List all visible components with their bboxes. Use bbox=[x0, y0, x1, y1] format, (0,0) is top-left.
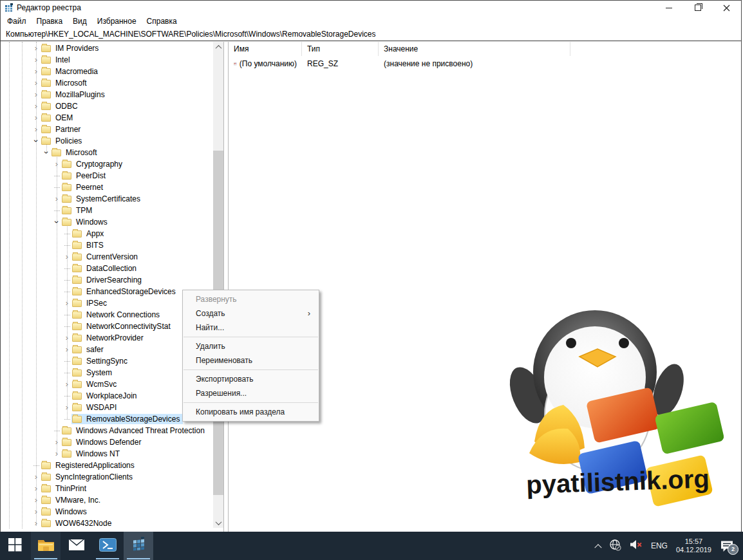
expand-chevron-icon[interactable]: › bbox=[32, 509, 41, 515]
context-menu-item-2[interactable]: Найти... bbox=[183, 321, 319, 335]
expand-chevron-icon[interactable]: › bbox=[32, 80, 41, 86]
expand-chevron-icon[interactable]: › bbox=[32, 68, 41, 75]
context-menu-item-7[interactable]: Экспортировать bbox=[183, 372, 319, 386]
tree-item-networkconnectivitystat[interactable]: NetworkConnectivityStat bbox=[1, 321, 213, 332]
menu-1[interactable]: Правка bbox=[32, 15, 68, 27]
column-header-2[interactable]: Значение bbox=[379, 42, 570, 56]
tree-item-wsdapi[interactable]: ›WSDAPI bbox=[1, 402, 213, 413]
network-status-button[interactable] bbox=[609, 539, 621, 554]
expand-chevron-icon[interactable]: › bbox=[32, 45, 41, 51]
context-menu-item-1[interactable]: Создать› bbox=[183, 306, 319, 321]
tree-item-safer[interactable]: ›safer bbox=[1, 344, 213, 355]
tree-item-vmware-inc-[interactable]: ›VMware, Inc. bbox=[1, 494, 213, 506]
tree-item-microsoft[interactable]: ›Microsoft bbox=[1, 77, 213, 89]
tree-item-policies[interactable]: ›Policies bbox=[1, 135, 213, 147]
tree-item-oem[interactable]: ›OEM bbox=[1, 112, 213, 124]
expand-chevron-icon[interactable]: › bbox=[62, 300, 71, 306]
expand-chevron-icon[interactable]: › bbox=[52, 196, 61, 202]
scroll-up-button[interactable] bbox=[213, 42, 223, 52]
collapse-chevron-icon[interactable]: › bbox=[32, 138, 41, 144]
tree-item-mozillaplugins[interactable]: ›MozillaPlugins bbox=[1, 89, 213, 100]
expand-chevron-icon[interactable]: › bbox=[32, 115, 41, 121]
tree-item-windows-advanced-threat-protection[interactable]: Windows Advanced Threat Protection bbox=[1, 425, 213, 436]
tree-item-cryptography[interactable]: ›Cryptography bbox=[1, 158, 213, 170]
menu-4[interactable]: Справка bbox=[142, 15, 182, 27]
tree-item-wow6432node[interactable]: ›WOW6432Node bbox=[1, 518, 213, 529]
tree-item-peerdist[interactable]: PeerDist bbox=[1, 170, 213, 182]
column-header-0[interactable]: Имя bbox=[229, 42, 302, 56]
tree-item-systemcertificates[interactable]: ›SystemCertificates bbox=[1, 193, 213, 205]
expand-chevron-icon[interactable]: › bbox=[32, 91, 41, 98]
tree-item-peernet[interactable]: Peernet bbox=[1, 182, 213, 193]
column-header-1[interactable]: Тип bbox=[302, 42, 379, 56]
tree-item-im-providers[interactable]: ›IM Providers bbox=[1, 42, 213, 54]
menu-0[interactable]: Файл bbox=[2, 15, 32, 27]
collapse-chevron-icon[interactable]: › bbox=[42, 149, 51, 156]
tree-item-windows-nt[interactable]: ›Windows NT bbox=[1, 448, 213, 460]
expand-chevron-icon[interactable]: › bbox=[62, 404, 71, 411]
tree-item-bits[interactable]: BITS bbox=[1, 239, 213, 251]
volume-button[interactable] bbox=[630, 539, 643, 552]
tree-item-network-connections[interactable]: Network Connections bbox=[1, 309, 213, 321]
expand-chevron-icon[interactable]: › bbox=[32, 474, 41, 480]
tree-item-partner[interactable]: ›Partner bbox=[1, 124, 213, 135]
tray-overflow-button[interactable] bbox=[596, 543, 601, 548]
tree-item-windows[interactable]: ›Windows bbox=[1, 216, 213, 228]
context-menu-item-8[interactable]: Разрешения... bbox=[183, 386, 319, 400]
tree-item-driversearching[interactable]: DriverSearching bbox=[1, 274, 213, 286]
minimize-button[interactable] bbox=[654, 1, 683, 15]
context-menu-item-5[interactable]: Переименовать bbox=[183, 353, 319, 368]
tree-item-networkprovider[interactable]: ›NetworkProvider bbox=[1, 332, 213, 344]
tree-item-registeredapplications[interactable]: RegisteredApplications bbox=[1, 460, 213, 471]
mail-button[interactable] bbox=[62, 532, 91, 560]
tree-item-system[interactable]: System bbox=[1, 367, 213, 378]
tree-item-settingsync[interactable]: SettingSync bbox=[1, 355, 213, 367]
value-row[interactable]: ab(По умолчанию)REG_SZ(значение не присв… bbox=[229, 57, 741, 70]
expand-chevron-icon[interactable]: › bbox=[32, 57, 41, 63]
tree-item-thinprint[interactable]: ›ThinPrint bbox=[1, 483, 213, 494]
language-indicator[interactable]: ENG bbox=[651, 541, 668, 550]
expand-chevron-icon[interactable]: › bbox=[32, 126, 41, 133]
expand-chevron-icon[interactable]: › bbox=[32, 497, 41, 503]
expand-chevron-icon[interactable]: › bbox=[32, 103, 41, 109]
close-button[interactable] bbox=[712, 1, 741, 15]
tree-item-tpm[interactable]: TPM bbox=[1, 205, 213, 216]
expand-chevron-icon[interactable]: › bbox=[62, 254, 71, 260]
menu-2[interactable]: Вид bbox=[68, 15, 92, 27]
expand-chevron-icon[interactable]: › bbox=[62, 381, 71, 387]
collapse-chevron-icon[interactable]: › bbox=[52, 219, 61, 225]
tree-item-windows-defender[interactable]: ›Windows Defender bbox=[1, 436, 213, 448]
context-menu-item-10[interactable]: Копировать имя раздела bbox=[183, 405, 319, 419]
expand-chevron-icon[interactable]: › bbox=[52, 451, 61, 457]
tree-item-intel[interactable]: ›Intel bbox=[1, 54, 213, 66]
action-center-button[interactable]: 2 bbox=[720, 540, 734, 552]
tree-item-windows[interactable]: ›Windows bbox=[1, 506, 213, 518]
tree-item-datacollection[interactable]: DataCollection bbox=[1, 263, 213, 274]
restore-button[interactable] bbox=[683, 1, 712, 15]
tree-item-enhancedstoragedevices[interactable]: EnhancedStorageDevices bbox=[1, 286, 213, 297]
file-explorer-button[interactable] bbox=[31, 532, 61, 560]
tree-item-removablestoragedevices[interactable]: RemovableStorageDevices bbox=[1, 413, 213, 425]
start-button[interactable] bbox=[0, 532, 30, 560]
tree-item-wcmsvc[interactable]: ›WcmSvc bbox=[1, 378, 213, 390]
expand-chevron-icon[interactable]: › bbox=[32, 485, 41, 492]
expand-chevron-icon[interactable]: › bbox=[62, 335, 71, 341]
tree-item-appx[interactable]: Appx bbox=[1, 228, 213, 239]
tree-item-workplacejoin[interactable]: WorkplaceJoin bbox=[1, 390, 213, 402]
context-menu-item-4[interactable]: Удалить bbox=[183, 339, 319, 353]
tree-scrollbar[interactable] bbox=[213, 42, 223, 528]
tree-item-ipsec[interactable]: ›IPSec bbox=[1, 297, 213, 309]
menu-3[interactable]: Избранное bbox=[92, 15, 142, 27]
expand-chevron-icon[interactable]: › bbox=[52, 439, 61, 445]
address-bar[interactable]: Компьютер\HKEY_LOCAL_MACHINE\SOFTWARE\Po… bbox=[1, 28, 741, 41]
tree-item-microsoft[interactable]: ›Microsoft bbox=[1, 147, 213, 158]
clock[interactable]: 15:57 04.12.2019 bbox=[676, 537, 711, 554]
tree-item-syncintegrationclients[interactable]: ›SyncIntegrationClients bbox=[1, 471, 213, 483]
tree-item-currentversion[interactable]: ›CurrentVersion bbox=[1, 251, 213, 263]
scroll-down-button[interactable] bbox=[213, 518, 223, 528]
expand-chevron-icon[interactable]: › bbox=[52, 161, 61, 167]
registry-editor-button[interactable] bbox=[124, 532, 153, 560]
pane-splitter[interactable] bbox=[223, 42, 229, 532]
tree-item-odbc[interactable]: ›ODBC bbox=[1, 100, 213, 112]
expand-chevron-icon[interactable]: › bbox=[62, 346, 71, 353]
